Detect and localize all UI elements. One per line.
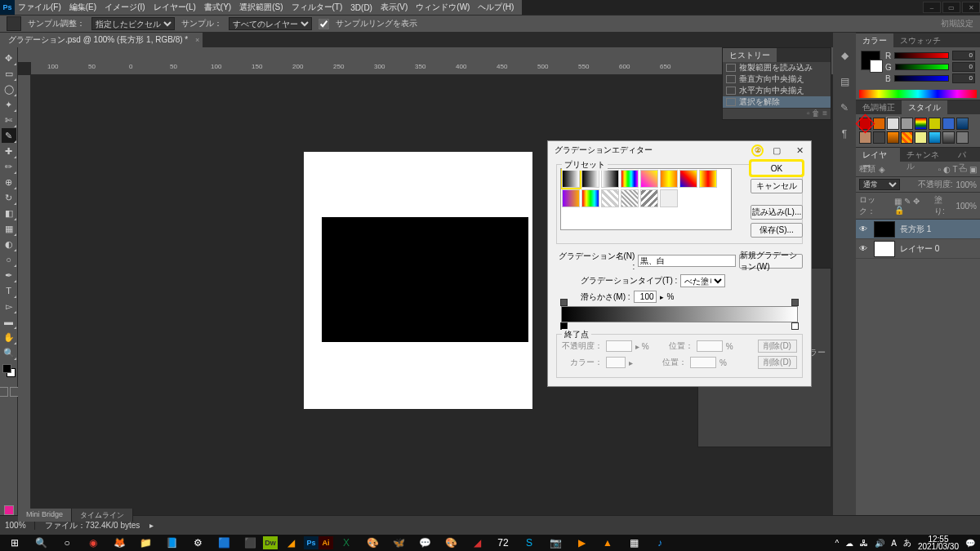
strip-icon[interactable]: ✎ [836,100,853,116]
preset-item[interactable] [699,170,717,188]
minibridge-tab[interactable]: Mini Bridge [18,509,72,522]
smooth-input[interactable] [634,291,657,303]
crop-tool[interactable]: ✄ [2,113,16,127]
preset-item[interactable] [640,189,658,207]
preset-item[interactable] [601,170,619,188]
history-item[interactable]: 垂直方向中央揃え [723,73,831,85]
tray-net-icon[interactable]: 🖧 [860,539,868,548]
blend-mode[interactable]: 通常 [859,179,900,190]
style-item[interactable] [887,118,899,130]
load-button[interactable]: 読み込み(L)... [751,205,803,220]
app-icon[interactable]: ⬛ [237,535,263,551]
app-icon[interactable]: 72 [490,535,516,551]
ok-button[interactable]: OK [751,161,803,176]
shape-tool[interactable]: ▬ [2,314,16,329]
app-icon[interactable]: 🎨 [438,535,464,551]
workspace-label[interactable]: 初期設定 [941,18,973,29]
preset-item[interactable] [581,189,599,207]
sample-layers[interactable]: すべてのレイヤー [229,17,312,30]
eyedropper-tool[interactable]: ✎ [2,128,16,143]
style-tab[interactable]: スタイル [902,100,947,114]
dreamweaver-icon[interactable]: Dw [263,536,278,549]
style-item[interactable] [929,118,941,130]
lasso-tool[interactable]: ◯ [2,82,16,96]
dialog-maximize[interactable]: ▢ [765,145,788,156]
paths-tab[interactable]: パス [951,148,980,162]
style-item[interactable] [915,118,927,130]
heal-tool[interactable]: ✚ [2,144,16,158]
photoshop-icon[interactable]: Ps [304,536,318,549]
tray-cloud-icon[interactable]: ☁ [845,539,853,548]
tray-kbd-icon[interactable]: あ [903,537,911,549]
illustrator-icon[interactable]: Ai [318,536,333,549]
pen-tool[interactable]: ✒ [2,268,16,282]
app-icon[interactable]: 🎨 [359,535,385,551]
chrome-icon[interactable]: ◉ [80,535,106,551]
preset-item[interactable] [621,170,639,188]
gradtype-select[interactable]: べた塗り [680,274,725,287]
explorer-icon[interactable]: 📁 [132,535,158,551]
close-doc-icon[interactable]: × [195,36,199,44]
show-ring-check[interactable] [318,19,329,29]
style-item[interactable] [942,118,955,130]
move-tool[interactable]: ✥ [2,51,16,65]
type-tool[interactable]: T [2,283,16,298]
menu-help[interactable]: ヘルプ(H) [478,2,514,13]
style-item[interactable] [901,118,913,130]
style-item[interactable] [873,131,885,144]
clock[interactable]: 12:552021/03/30 [918,535,959,550]
r-slider[interactable] [894,52,949,59]
history-item[interactable]: 複製範囲を読み込み [723,62,831,73]
dodge-tool[interactable]: ○ [2,252,16,267]
color-tab[interactable]: カラー [856,33,893,47]
sublime-icon[interactable]: ◢ [278,535,304,551]
zoom-tool[interactable]: 🔍 [2,345,16,360]
search-icon[interactable]: 🔍 [28,535,54,551]
style-item[interactable] [859,118,871,130]
g-value[interactable]: 0 [952,62,975,72]
window-minimize[interactable]: – [923,2,941,13]
opacity-stop[interactable] [791,299,799,306]
firefox-icon[interactable]: 🦊 [106,535,132,551]
tray-ime-icon[interactable]: A [891,539,897,548]
cancel-button[interactable]: キャンセル [751,179,803,193]
app-icon[interactable]: 🟦 [211,535,237,551]
swatch-tab[interactable]: スウォッチ [893,33,947,47]
preset-item[interactable] [581,170,599,188]
style-item[interactable] [887,131,899,144]
style-item[interactable] [929,131,941,144]
newgrad-button[interactable]: 新規グラデーション(W) [739,254,803,269]
panel-swatch[interactable] [861,51,880,70]
notif-icon[interactable]: 💬 [965,539,975,548]
opacity-stop[interactable] [560,299,568,306]
preset-item[interactable] [621,189,639,207]
hue-strip[interactable] [859,90,977,98]
app-icon[interactable]: 📘 [158,535,185,551]
menu-file[interactable]: ファイル(F) [18,2,61,13]
menu-type[interactable]: 書式(Y) [204,2,231,13]
start-icon[interactable]: ⊞ [2,535,28,551]
menu-layer[interactable]: レイヤー(L) [154,2,196,13]
app-icon[interactable]: 📷 [542,535,568,551]
preset-item[interactable] [660,189,678,207]
history-item[interactable]: 水平方向中央揃え [723,85,831,96]
window-close[interactable]: ✕ [962,2,980,13]
r-value[interactable]: 0 [952,51,975,60]
path-tool[interactable]: ▻ [2,299,16,313]
layers-tab[interactable]: レイヤー [856,148,900,162]
history-brush-tool[interactable]: ↻ [2,190,16,205]
menu-select[interactable]: 選択範囲(S) [239,2,283,13]
brush-tool[interactable]: ✏ [2,159,16,174]
b-slider[interactable] [894,75,949,82]
preset-black-white[interactable] [562,170,580,188]
opacity-value[interactable]: 100% [956,180,977,189]
preset-item[interactable] [660,170,678,188]
menu-view[interactable]: 表示(V) [381,2,408,13]
settings-icon[interactable]: ⚙ [185,535,211,551]
g-slider[interactable] [895,64,949,70]
gradname-input[interactable] [638,255,736,267]
avira-icon[interactable]: ◢ [464,535,490,551]
canvas[interactable] [304,152,532,409]
adjust-tab[interactable]: 色調補正 [856,100,902,114]
menu-filter[interactable]: フィルター(T) [292,2,343,13]
